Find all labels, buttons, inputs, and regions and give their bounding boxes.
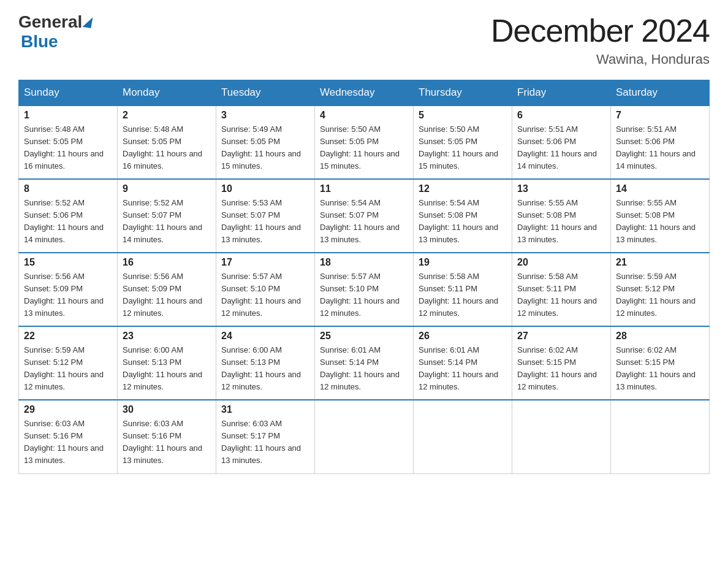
day-info: Sunrise: 5:48 AMSunset: 5:05 PMDaylight:… [123,123,211,173]
col-saturday: Saturday [611,80,710,106]
day-number: 26 [419,331,507,342]
day-cell-14: 14Sunrise: 5:55 AMSunset: 5:08 PMDayligh… [611,179,710,253]
day-cell-27: 27Sunrise: 6:02 AMSunset: 5:15 PMDayligh… [512,326,611,400]
day-info: Sunrise: 5:59 AMSunset: 5:12 PMDaylight:… [616,270,704,320]
empty-cell [512,400,611,473]
day-cell-21: 21Sunrise: 5:59 AMSunset: 5:12 PMDayligh… [611,253,710,326]
day-number: 9 [123,183,211,194]
day-info: Sunrise: 5:50 AMSunset: 5:05 PMDaylight:… [419,123,507,173]
day-info: Sunrise: 5:49 AMSunset: 5:05 PMDaylight:… [221,123,309,173]
day-info: Sunrise: 5:53 AMSunset: 5:07 PMDaylight:… [221,197,309,247]
day-cell-24: 24Sunrise: 6:00 AMSunset: 5:13 PMDayligh… [216,326,315,400]
day-info: Sunrise: 5:51 AMSunset: 5:06 PMDaylight:… [517,123,605,173]
day-number: 2 [123,110,211,121]
col-tuesday: Tuesday [216,80,315,106]
empty-cell [611,400,710,473]
day-number: 17 [221,257,309,268]
day-cell-11: 11Sunrise: 5:54 AMSunset: 5:07 PMDayligh… [315,179,414,253]
day-cell-19: 19Sunrise: 5:58 AMSunset: 5:11 PMDayligh… [414,253,512,326]
col-sunday: Sunday [19,80,118,106]
day-number: 28 [616,331,704,342]
day-cell-4: 4Sunrise: 5:50 AMSunset: 5:05 PMDaylight… [315,105,414,179]
day-info: Sunrise: 6:02 AMSunset: 5:15 PMDaylight:… [616,344,704,394]
day-number: 3 [221,110,309,121]
day-cell-10: 10Sunrise: 5:53 AMSunset: 5:07 PMDayligh… [216,179,315,253]
day-info: Sunrise: 5:58 AMSunset: 5:11 PMDaylight:… [419,270,507,320]
day-cell-9: 9Sunrise: 5:52 AMSunset: 5:07 PMDaylight… [118,179,216,253]
day-number: 11 [320,183,408,194]
day-cell-20: 20Sunrise: 5:58 AMSunset: 5:11 PMDayligh… [512,253,611,326]
day-cell-17: 17Sunrise: 5:57 AMSunset: 5:10 PMDayligh… [216,253,315,326]
day-cell-3: 3Sunrise: 5:49 AMSunset: 5:05 PMDaylight… [216,105,315,179]
day-info: Sunrise: 5:48 AMSunset: 5:05 PMDaylight:… [24,123,112,173]
calendar-table: Sunday Monday Tuesday Wednesday Thursday… [18,80,710,474]
day-number: 5 [419,110,507,121]
empty-cell [414,400,512,473]
day-number: 19 [419,257,507,268]
day-info: Sunrise: 6:03 AMSunset: 5:16 PMDaylight:… [24,418,112,467]
page-header: General Blue December 2024 Wawina, Hondu… [18,12,710,67]
day-info: Sunrise: 5:59 AMSunset: 5:12 PMDaylight:… [24,344,112,394]
day-info: Sunrise: 6:03 AMSunset: 5:16 PMDaylight:… [123,418,211,467]
day-number: 23 [123,331,211,342]
col-thursday: Thursday [414,80,512,106]
day-number: 18 [320,257,408,268]
day-info: Sunrise: 6:00 AMSunset: 5:13 PMDaylight:… [221,344,309,394]
day-cell-1: 1Sunrise: 5:48 AMSunset: 5:05 PMDaylight… [19,105,118,179]
page-subtitle: Wawina, Honduras [491,52,710,67]
day-info: Sunrise: 6:01 AMSunset: 5:14 PMDaylight:… [320,344,408,394]
calendar-week-5: 29Sunrise: 6:03 AMSunset: 5:16 PMDayligh… [19,400,710,473]
day-number: 29 [24,404,112,415]
day-cell-26: 26Sunrise: 6:01 AMSunset: 5:14 PMDayligh… [414,326,512,400]
day-info: Sunrise: 5:56 AMSunset: 5:09 PMDaylight:… [123,270,211,320]
day-number: 7 [616,110,704,121]
calendar-week-3: 15Sunrise: 5:56 AMSunset: 5:09 PMDayligh… [19,253,710,326]
day-cell-22: 22Sunrise: 5:59 AMSunset: 5:12 PMDayligh… [19,326,118,400]
day-cell-16: 16Sunrise: 5:56 AMSunset: 5:09 PMDayligh… [118,253,216,326]
day-cell-6: 6Sunrise: 5:51 AMSunset: 5:06 PMDaylight… [512,105,611,179]
day-cell-7: 7Sunrise: 5:51 AMSunset: 5:06 PMDaylight… [611,105,710,179]
col-friday: Friday [512,80,611,106]
day-cell-31: 31Sunrise: 6:03 AMSunset: 5:17 PMDayligh… [216,400,315,473]
day-number: 27 [517,331,605,342]
day-info: Sunrise: 5:54 AMSunset: 5:08 PMDaylight:… [419,197,507,247]
day-number: 24 [221,331,309,342]
day-number: 15 [24,257,112,268]
calendar-week-1: 1Sunrise: 5:48 AMSunset: 5:05 PMDaylight… [19,105,710,179]
day-number: 16 [123,257,211,268]
day-info: Sunrise: 6:00 AMSunset: 5:13 PMDaylight:… [123,344,211,394]
day-cell-13: 13Sunrise: 5:55 AMSunset: 5:08 PMDayligh… [512,179,611,253]
page-title: December 2024 [491,12,710,49]
calendar-header-row: Sunday Monday Tuesday Wednesday Thursday… [19,80,710,106]
logo-general-text: General [18,12,82,32]
calendar-week-2: 8Sunrise: 5:52 AMSunset: 5:06 PMDaylight… [19,179,710,253]
day-number: 1 [24,110,112,121]
day-number: 31 [221,404,309,415]
day-number: 10 [221,183,309,194]
day-number: 6 [517,110,605,121]
day-number: 22 [24,331,112,342]
day-cell-25: 25Sunrise: 6:01 AMSunset: 5:14 PMDayligh… [315,326,414,400]
day-number: 20 [517,257,605,268]
day-number: 12 [419,183,507,194]
col-monday: Monday [118,80,216,106]
day-info: Sunrise: 5:55 AMSunset: 5:08 PMDaylight:… [517,197,605,247]
day-info: Sunrise: 5:52 AMSunset: 5:07 PMDaylight:… [123,197,211,247]
day-cell-5: 5Sunrise: 5:50 AMSunset: 5:05 PMDaylight… [414,105,512,179]
day-info: Sunrise: 5:55 AMSunset: 5:08 PMDaylight:… [616,197,704,247]
day-info: Sunrise: 5:57 AMSunset: 5:10 PMDaylight:… [320,270,408,320]
day-number: 8 [24,183,112,194]
day-info: Sunrise: 5:56 AMSunset: 5:09 PMDaylight:… [24,270,112,320]
day-number: 25 [320,331,408,342]
day-info: Sunrise: 5:52 AMSunset: 5:06 PMDaylight:… [24,197,112,247]
day-info: Sunrise: 6:01 AMSunset: 5:14 PMDaylight:… [419,344,507,394]
day-info: Sunrise: 5:58 AMSunset: 5:11 PMDaylight:… [517,270,605,320]
day-cell-29: 29Sunrise: 6:03 AMSunset: 5:16 PMDayligh… [19,400,118,473]
empty-cell [315,400,414,473]
day-cell-12: 12Sunrise: 5:54 AMSunset: 5:08 PMDayligh… [414,179,512,253]
logo-blue-text: Blue [21,32,58,51]
logo-triangle-icon [83,16,93,28]
col-wednesday: Wednesday [315,80,414,106]
day-cell-23: 23Sunrise: 6:00 AMSunset: 5:13 PMDayligh… [118,326,216,400]
day-number: 30 [123,404,211,415]
